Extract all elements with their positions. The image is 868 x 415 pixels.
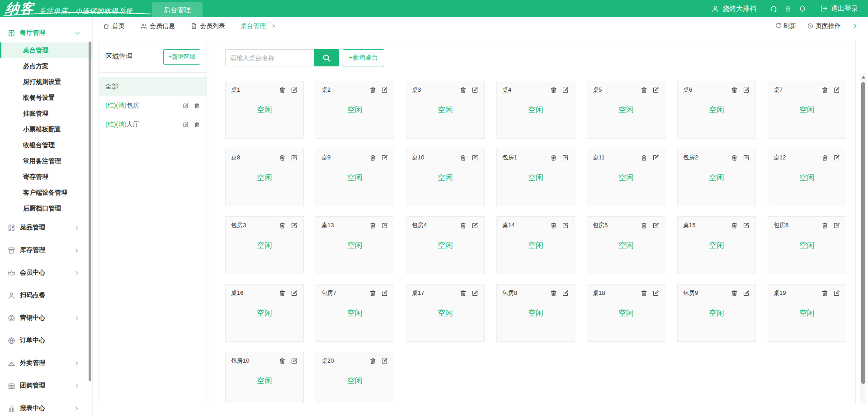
edit-table-icon[interactable] (561, 86, 569, 94)
sidebar-scrollbar[interactable] (89, 42, 91, 381)
delete-table-icon[interactable] (731, 154, 738, 162)
sidebar-sub-item[interactable]: 厨打规则设置 (0, 74, 92, 90)
delete-table-icon[interactable] (459, 154, 467, 162)
area-item-all[interactable]: 全部 (99, 77, 207, 96)
delete-table-icon[interactable] (821, 154, 829, 162)
table-search-input[interactable] (225, 49, 314, 66)
tab-table-management[interactable]: 桌台管理 × (241, 22, 276, 30)
edit-area-icon[interactable] (182, 103, 189, 109)
delete-table-icon[interactable] (278, 289, 286, 297)
support-headset-icon[interactable] (769, 5, 778, 13)
edit-table-icon[interactable] (833, 154, 840, 162)
delete-table-icon[interactable] (640, 222, 648, 229)
edit-table-icon[interactable] (652, 222, 660, 229)
edit-table-icon[interactable] (471, 154, 479, 162)
edit-table-icon[interactable] (471, 86, 479, 94)
refresh-button[interactable]: 刷新 (775, 22, 796, 30)
sidebar-sub-item[interactable]: 必点方案 (0, 58, 92, 74)
sidebar-group-scan-order[interactable]: 扫码点餐 (0, 284, 92, 307)
edit-table-icon[interactable] (833, 222, 840, 229)
main-scrollbar[interactable] (860, 73, 866, 403)
sidebar-sub-item[interactable]: 后厨档口管理 (0, 201, 92, 216)
add-table-button[interactable]: +新增桌台 (343, 49, 384, 66)
delete-table-icon[interactable] (459, 222, 467, 229)
delete-table-icon[interactable] (550, 154, 557, 162)
sidebar-group-orders[interactable]: 订单中心 (0, 329, 92, 352)
sidebar-sub-item[interactable]: 取餐号设置 (0, 90, 92, 106)
logout-button[interactable]: 退出登录 (820, 5, 858, 13)
area-item-private-room[interactable]: (结)(清) 包房 (99, 96, 207, 115)
search-button[interactable] (314, 49, 339, 66)
edit-table-icon[interactable] (833, 86, 840, 94)
sidebar-group-restaurant[interactable]: 餐厅管理 (0, 23, 92, 42)
edit-table-icon[interactable] (381, 86, 388, 94)
edit-table-icon[interactable] (742, 154, 750, 162)
edit-table-icon[interactable] (561, 289, 569, 297)
lock-icon[interactable] (784, 5, 792, 13)
delete-table-icon[interactable] (731, 86, 738, 94)
delete-table-icon[interactable] (278, 154, 286, 162)
edit-table-icon[interactable] (290, 222, 298, 229)
page-operations-button[interactable]: 页面操作 (807, 22, 841, 30)
delete-area-icon[interactable] (193, 121, 200, 128)
delete-table-icon[interactable] (640, 289, 648, 297)
delete-table-icon[interactable] (278, 86, 286, 94)
scrollbar-thumb[interactable] (861, 82, 865, 384)
edit-table-icon[interactable] (290, 289, 298, 297)
sidebar-group-reports[interactable]: 报表中心 (0, 397, 92, 415)
sidebar-group-takeout[interactable]: 外卖管理 (0, 352, 92, 374)
close-tab-icon[interactable]: × (272, 23, 276, 30)
page-operations-chevron-icon[interactable] (852, 23, 858, 29)
tab-member-info[interactable]: 会员信息 (140, 22, 175, 30)
delete-table-icon[interactable] (278, 222, 286, 229)
notification-bell-icon[interactable] (798, 5, 807, 13)
edit-table-icon[interactable] (290, 154, 298, 162)
edit-table-icon[interactable] (381, 357, 388, 365)
delete-table-icon[interactable] (640, 86, 648, 94)
sidebar-sub-item[interactable]: 桌台管理 (0, 42, 92, 58)
edit-table-icon[interactable] (561, 222, 569, 229)
nav-tab-backoffice[interactable]: 后台管理 (152, 2, 203, 17)
delete-table-icon[interactable] (369, 289, 377, 297)
delete-table-icon[interactable] (278, 357, 286, 365)
delete-table-icon[interactable] (550, 86, 557, 94)
edit-table-icon[interactable] (381, 154, 388, 162)
delete-table-icon[interactable] (731, 289, 738, 297)
sidebar-group-inventory[interactable]: 库存管理 (0, 239, 92, 261)
scrollbar-up-arrow[interactable] (862, 76, 865, 79)
sidebar-group-dishes[interactable]: 菜品管理 (0, 216, 92, 239)
delete-table-icon[interactable] (369, 154, 377, 162)
delete-table-icon[interactable] (821, 86, 829, 94)
edit-table-icon[interactable] (381, 289, 388, 297)
delete-table-icon[interactable] (369, 357, 377, 365)
current-user-menu[interactable]: 烧烤大排档 (711, 5, 756, 13)
edit-table-icon[interactable] (742, 222, 750, 229)
edit-area-icon[interactable] (182, 121, 189, 128)
edit-table-icon[interactable] (652, 289, 660, 297)
delete-table-icon[interactable] (369, 86, 377, 94)
area-item-hall[interactable]: (结)(清) 大厅 (99, 115, 207, 134)
edit-table-icon[interactable] (381, 222, 388, 229)
delete-table-icon[interactable] (369, 222, 377, 229)
tab-member-list[interactable]: 会员列表 (190, 22, 225, 30)
sidebar-sub-item[interactable]: 常用备注管理 (0, 153, 92, 169)
edit-table-icon[interactable] (742, 289, 750, 297)
sidebar-sub-item[interactable]: 小票模板配置 (0, 121, 92, 137)
sidebar-group-marketing[interactable]: 营销中心 (0, 307, 92, 329)
delete-table-icon[interactable] (821, 289, 829, 297)
edit-table-icon[interactable] (652, 154, 660, 162)
sidebar-sub-item[interactable]: 寄存管理 (0, 169, 92, 185)
edit-table-icon[interactable] (561, 154, 569, 162)
delete-table-icon[interactable] (550, 222, 557, 229)
edit-table-icon[interactable] (471, 289, 479, 297)
edit-table-icon[interactable] (833, 289, 840, 297)
edit-table-icon[interactable] (290, 357, 298, 365)
edit-table-icon[interactable] (652, 86, 660, 94)
delete-table-icon[interactable] (731, 222, 738, 229)
delete-area-icon[interactable] (193, 103, 200, 109)
delete-table-icon[interactable] (459, 86, 467, 94)
edit-table-icon[interactable] (471, 222, 479, 229)
delete-table-icon[interactable] (550, 289, 557, 297)
add-area-button[interactable]: +新增区域 (163, 49, 200, 65)
tab-home[interactable]: 首页 (103, 22, 125, 30)
